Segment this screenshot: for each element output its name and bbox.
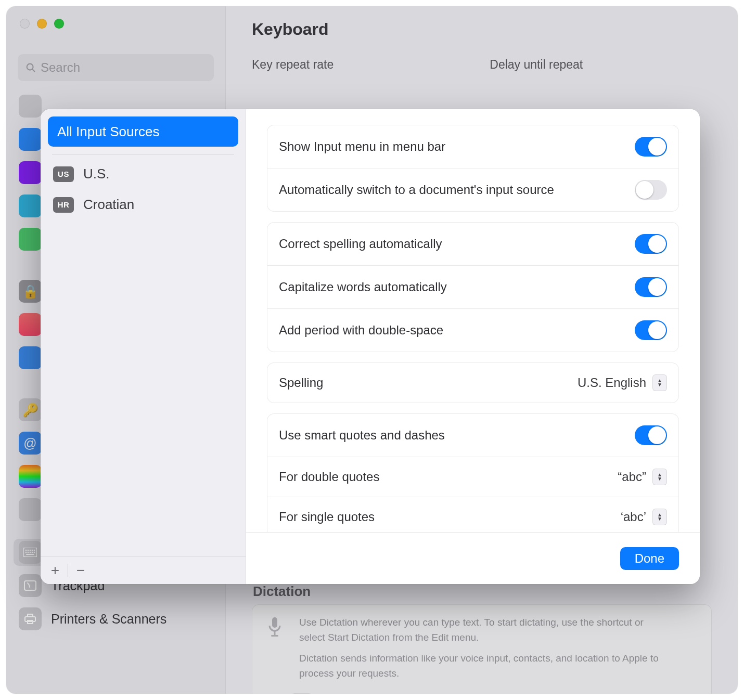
wallet-icon <box>19 498 42 521</box>
svg-point-13 <box>32 552 33 553</box>
svg-point-9 <box>34 550 35 551</box>
select-value: U.S. English <box>578 375 646 390</box>
select-stepper[interactable]: ▲▼ <box>652 509 667 525</box>
input-source-list: USU.S.HRCroatian <box>48 159 238 220</box>
toggle[interactable] <box>635 277 667 297</box>
sheet-content: Show Input menu in menu barAutomatically… <box>246 109 700 584</box>
dictation-title: Dictation <box>253 584 311 600</box>
stage: Search 🔒 🔑 @ <box>0 0 744 700</box>
fingerprint-icon <box>19 313 42 336</box>
done-label: Done <box>635 551 664 565</box>
close-window-button[interactable] <box>20 19 30 29</box>
svg-point-5 <box>25 550 27 551</box>
dictation-box: Use Dictation wherever you can type text… <box>252 604 712 694</box>
settings-row: For single quotes‘abc’▲▼ <box>267 497 678 532</box>
battery-icon <box>19 228 42 251</box>
svg-point-8 <box>32 550 33 551</box>
microphone-icon <box>267 616 283 642</box>
gamecenter-icon <box>19 465 42 488</box>
input-source-label: Croatian <box>83 197 134 213</box>
toggle[interactable] <box>635 320 667 340</box>
settings-row-label: Use smart quotes and dashes <box>279 428 445 443</box>
screen-icon <box>19 195 42 217</box>
svg-point-10 <box>25 552 27 553</box>
input-source-badge: US <box>53 166 74 182</box>
settings-row-label: For double quotes <box>279 470 379 484</box>
select-value: “abc” <box>618 470 646 484</box>
select-stepper[interactable]: ▲▼ <box>652 469 667 485</box>
lock-icon: 🔒 <box>19 280 42 303</box>
all-input-sources-header[interactable]: All Input Sources <box>48 116 238 147</box>
svg-rect-17 <box>28 614 33 617</box>
settings-group: SpellingU.S. English▲▼ <box>267 362 679 403</box>
svg-rect-21 <box>271 635 278 637</box>
settings-row: Show Input menu in menu bar <box>267 125 678 168</box>
svg-rect-19 <box>272 617 277 628</box>
toggle[interactable] <box>635 180 667 200</box>
dictation-line1: Use Dictation wherever you can type text… <box>299 615 659 645</box>
users-icon <box>19 346 42 369</box>
input-source-item[interactable]: HRCroatian <box>48 189 238 220</box>
svg-rect-20 <box>274 631 276 635</box>
done-button[interactable]: Done <box>620 547 679 570</box>
keyboard-icon <box>19 541 42 564</box>
settings-row: Add period with double-space <box>267 308 678 352</box>
display-icon <box>19 128 42 151</box>
svg-point-6 <box>28 550 29 551</box>
page-title: Keyboard <box>252 20 712 39</box>
settings-row: SpellingU.S. English▲▼ <box>267 363 678 403</box>
sidebar-item-printers[interactable]: Printers & Scanners <box>14 605 218 632</box>
dictation-toggle[interactable] <box>286 693 318 694</box>
toggle[interactable] <box>635 234 667 254</box>
settings-row-label: Automatically switch to a document's inp… <box>279 183 554 197</box>
trackpad-icon <box>19 574 42 597</box>
select-stepper[interactable]: ▲▼ <box>652 374 667 391</box>
sheet-sidebar: All Input Sources USU.S.HRCroatian + − <box>41 109 246 584</box>
settings-row-label: Spelling <box>279 375 323 390</box>
sidebar-item-label: Printers & Scanners <box>51 612 166 627</box>
svg-point-7 <box>30 550 31 551</box>
settings-row-label: For single quotes <box>279 510 375 524</box>
settings-row: Correct spelling automatically <box>267 223 678 265</box>
settings-row: For double quotes“abc”▲▼ <box>267 457 678 497</box>
search-icon <box>25 62 36 73</box>
toggle[interactable] <box>635 425 667 445</box>
settings-row-label: Add period with double-space <box>279 323 443 338</box>
divider <box>68 564 68 577</box>
apple-icon <box>19 161 42 184</box>
input-sources-sheet: All Input Sources USU.S.HRCroatian + − S… <box>41 109 700 584</box>
toggle[interactable] <box>635 137 667 157</box>
divider <box>52 154 234 154</box>
maximize-window-button[interactable] <box>54 19 64 29</box>
settings-group: Correct spelling automaticallyCapitalize… <box>267 222 679 352</box>
svg-line-1 <box>32 69 34 71</box>
key-icon: 🔑 <box>19 398 42 421</box>
search-field[interactable]: Search <box>18 54 214 81</box>
add-source-button[interactable]: + <box>45 561 66 580</box>
svg-point-14 <box>34 552 35 553</box>
svg-point-12 <box>30 552 31 553</box>
svg-rect-15 <box>24 581 36 590</box>
svg-point-11 <box>28 552 29 553</box>
input-source-item[interactable]: USU.S. <box>48 159 238 189</box>
select-value: ‘abc’ <box>621 510 646 524</box>
settings-row: Automatically switch to a document's inp… <box>267 168 678 211</box>
options-list: Show Input menu in menu barAutomatically… <box>246 109 700 532</box>
svg-rect-4 <box>26 554 34 555</box>
subheads: Key repeat rate Delay until repeat <box>252 58 712 72</box>
sheet-footer: Done <box>246 532 700 584</box>
card-icon <box>19 95 42 118</box>
settings-row: Use smart quotes and dashes <box>267 414 678 457</box>
minimize-window-button[interactable] <box>37 19 47 29</box>
settings-group: Show Input menu in menu barAutomatically… <box>267 125 679 212</box>
printer-icon <box>19 607 42 630</box>
input-source-badge: HR <box>53 197 74 213</box>
settings-row: Capitalize words automatically <box>267 265 678 308</box>
delay-until-repeat-label: Delay until repeat <box>490 58 583 72</box>
sheet-sidebar-footer: + − <box>41 556 246 584</box>
settings-row-label: Show Input menu in menu bar <box>279 139 445 154</box>
key-repeat-label: Key repeat rate <box>252 58 333 72</box>
input-source-label: U.S. <box>83 166 110 182</box>
remove-source-button[interactable]: − <box>70 561 91 580</box>
settings-row-label: Capitalize words automatically <box>279 280 447 294</box>
